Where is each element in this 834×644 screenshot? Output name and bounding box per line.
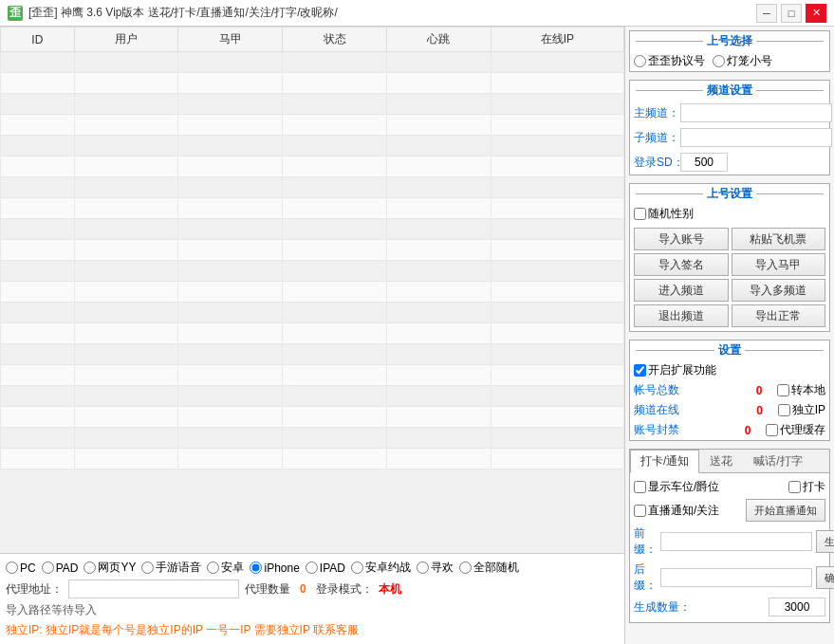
warning-text: 独立IP: 独立IP就是每个号是独立IP的IP 一号一IP 需要独立IP 联系客… [6,623,359,636]
exit-channel-button[interactable]: 退出频道 [634,304,729,327]
live-notice-checkbox[interactable] [634,505,646,517]
tab-bar: 打卡/通知 送花 喊话/打字 [630,450,829,473]
import-account-button[interactable]: 导入账号 [634,228,729,250]
import-jacket-button[interactable]: 导入马甲 [732,253,826,276]
confirm-import-button[interactable]: 确定导入 [816,566,834,589]
generate-count-label: 生成数量： [634,599,691,616]
proxy-address-input[interactable] [68,580,239,598]
maximize-button[interactable]: □ [781,4,802,23]
channel-settings-title: 频道设置 [703,83,756,99]
account-type-lantern-label: 灯笼小号 [727,53,772,69]
proxy-cache-checkbox[interactable] [766,424,778,436]
title-bar-controls: ─ □ ✕ [756,4,826,23]
checkin-checkbox[interactable] [788,481,801,493]
random-gender-label: 随机性别 [648,206,694,222]
expand-function-label[interactable]: 开启扩展功能 [634,362,716,378]
settings-title: 设置 [714,342,745,359]
independent-ip-checkbox[interactable] [778,404,790,416]
independent-ip-text: 独立IP [792,402,825,418]
table-row [1,219,624,240]
account-type-yy[interactable]: 歪歪协议号 [634,53,705,69]
table-row [1,240,624,261]
col-jacket: 马甲 [178,28,283,52]
app-icon: 歪 [8,6,23,21]
enter-channel-button[interactable]: 进入频道 [634,279,729,302]
account-selection-section: 上号选择 歪歪协议号 灯笼小号 [629,30,830,72]
generate-count-input[interactable] [769,598,825,616]
left-panel: ID 用户 马甲 状态 心跳 在线IP [0,27,625,644]
login-settings-title: 上号设置 [703,186,756,202]
generate-jacket-button[interactable]: 生成马甲 [816,530,834,553]
table-row [1,303,624,323]
proxy-address-label: 代理地址： [6,581,63,598]
title-bar: 歪 [歪歪] 神鹰 3.6 Vip版本 送花/打卡/直播通知/关注/打字/改昵称… [0,0,834,27]
tab-shout-type[interactable]: 喊话/打字 [743,450,812,473]
main-channel-label: 主频道： [634,105,676,121]
tab-flowers[interactable]: 送花 [699,450,743,473]
sub-channel-input[interactable] [680,128,832,147]
suffix-label: 后缀： [634,561,657,594]
warning-row: 独立IP: 独立IP就是每个号是独立IP的IP 一号一IP 需要独立IP 联系客… [6,620,619,640]
device-option-pc[interactable]: PC [6,561,36,575]
banned-account-value: 0 [733,424,762,437]
live-notice-label[interactable]: 直播通知/关注 [634,503,719,519]
prefix-input[interactable] [660,532,812,551]
account-type-lantern[interactable]: 灯笼小号 [713,53,772,69]
close-button[interactable]: ✕ [806,4,826,23]
login-sd-row: 登录SD： [630,150,829,175]
right-panel: 上号选择 歪歪协议号 灯笼小号 频道设置 [625,27,834,644]
local-transfer-checkbox[interactable] [777,384,789,396]
proxy-row: 代理地址： 代理数量 0 登录模式： 本机 [6,578,619,600]
local-transfer-label[interactable]: 转本地 [777,382,825,398]
export-normal-button[interactable]: 导出正常 [732,304,826,327]
title-bar-left: 歪 [歪歪] 神鹰 3.6 Vip版本 送花/打卡/直播通知/关注/打字/改昵称… [8,5,338,21]
random-gender-row: 随机性别 [630,204,829,224]
main-channel-input[interactable] [680,103,832,122]
table-row [1,73,624,94]
import-multi-channel-button[interactable]: 导入多频道 [732,279,826,302]
device-option-mobile-voice[interactable]: 手游语音 [141,560,201,576]
sub-channel-row: 子频道： [630,125,829,150]
login-buttons-grid: 导入账号 粘贴飞机票 导入签名 导入马甲 进入频道 导入多频道 退出频道 导出正… [630,224,829,331]
device-option-xunhuan[interactable]: 寻欢 [417,560,454,576]
show-car-position-label[interactable]: 显示车位/爵位 [634,479,719,495]
random-gender-checkbox[interactable] [634,208,646,220]
bottom-bar: PC PAD 网页YY 手游语音 安卓 iPhone [0,553,624,644]
device-option-pad[interactable]: PAD [42,561,79,575]
show-car-position-checkbox[interactable] [634,481,646,493]
login-settings-section: 上号设置 随机性别 导入账号 粘贴飞机票 导入签名 导入马甲 进入频道 导入多频… [629,183,830,332]
device-option-webYY[interactable]: 网页YY [83,560,136,576]
tab-content: 显示车位/爵位 打卡 直播通知/关注 开始直播通知 前缀： [630,473,829,622]
checkin-label[interactable]: 打卡 [788,479,825,495]
random-gender-checkbox-label[interactable]: 随机性别 [634,206,694,222]
suffix-input[interactable] [660,568,812,587]
col-online-ip: 在线IP [491,28,623,52]
expand-function-checkbox[interactable] [634,364,646,377]
device-option-ipad[interactable]: IPAD [306,561,345,575]
proxy-count-value: 0 [300,582,306,596]
data-table: ID 用户 马甲 状态 心跳 在线IP [0,27,624,469]
device-radio-group: PC PAD 网页YY 手游语音 安卓 iPhone [6,558,619,578]
independent-ip-label[interactable]: 独立IP [778,402,825,418]
minimize-button[interactable]: ─ [756,4,777,23]
tab-checkin-notice[interactable]: 打卡/通知 [630,450,699,473]
banned-account-label: 账号封禁 [634,422,733,438]
table-row [1,428,624,449]
table-row [1,344,624,365]
paste-ticket-button[interactable]: 粘贴飞机票 [732,228,826,250]
login-sd-input[interactable] [680,153,728,172]
show-car-position-text: 显示车位/爵位 [648,479,719,495]
start-live-notice-button[interactable]: 开始直播通知 [746,499,825,522]
device-option-android[interactable]: 安卓 [207,560,244,576]
account-selection-title: 上号选择 [703,33,756,49]
table-row [1,198,624,219]
col-status: 状态 [283,28,387,52]
proxy-cache-label[interactable]: 代理缓存 [766,422,825,438]
table-row [1,407,624,428]
settings-section: 设置 开启扩展功能 帐号总数 0 转本地 频道在线 0 [629,340,830,441]
import-sign-button[interactable]: 导入签名 [634,253,729,276]
device-option-random-all[interactable]: 全部随机 [459,560,519,576]
device-option-android-battle[interactable]: 安卓约战 [351,560,411,576]
device-option-iphone[interactable]: iPhone [250,561,299,575]
main-channel-row: 主频道： [630,101,829,125]
